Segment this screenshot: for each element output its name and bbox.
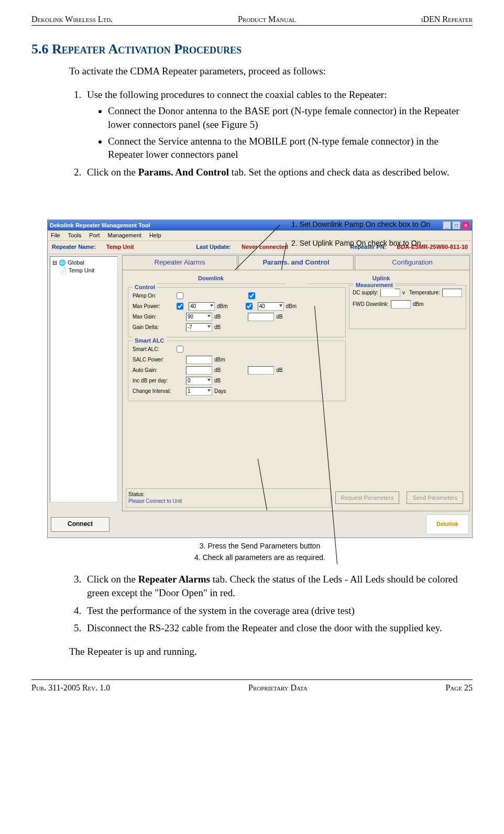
- header-center: Product Manual: [238, 15, 296, 24]
- max-gain-label: Max Gain:: [133, 313, 174, 321]
- repeater-name-value: Temp Unit: [106, 243, 134, 251]
- menu-management[interactable]: Management: [108, 232, 141, 238]
- menu-file[interactable]: File: [51, 232, 60, 238]
- step-1: Use the following procedures to connect …: [84, 88, 473, 161]
- header-left: Dekolink Wireless Ltd.: [31, 15, 113, 24]
- status-value: Please Connect to Unit: [128, 498, 182, 504]
- tree-child[interactable]: 📄 Temp Unit: [60, 267, 115, 275]
- dekolink-logo: Dekolink: [426, 514, 469, 534]
- maximize-icon[interactable]: □: [452, 221, 461, 229]
- app-window: Dekolink Repeater Management Tool _ □ × …: [47, 220, 473, 537]
- minimize-icon[interactable]: _: [443, 221, 451, 229]
- tab-params-control[interactable]: Params. and Control: [238, 255, 354, 270]
- menu-port[interactable]: Port: [89, 232, 100, 238]
- salc-power-input[interactable]: [186, 356, 212, 364]
- status-box: Status: Please Connect to Unit: [126, 488, 331, 508]
- measurement-title: Measurement: [354, 281, 395, 289]
- dc-supply-value: [380, 289, 400, 297]
- section-number: 5.6: [31, 41, 49, 57]
- menu-help[interactable]: Help: [149, 232, 161, 238]
- auto-gain-dl-unit: dB: [214, 367, 221, 374]
- max-power-dl-checkbox[interactable]: [177, 303, 183, 310]
- step-2-b: Params. And Control: [138, 167, 229, 178]
- step-2-a: Click on the: [87, 167, 138, 178]
- step-1-bullet-1: Connect the Donor antenna to the BASE po…: [108, 104, 473, 131]
- max-power-dl-unit: dBm: [217, 303, 228, 310]
- smart-alc-title: Smart ALC: [133, 337, 166, 345]
- gain-delta-unit: dB: [214, 324, 221, 331]
- step-1-bullet-2: Connect the Service antenna to the MOBIL…: [108, 135, 473, 161]
- smart-alc-checkbox[interactable]: [177, 346, 183, 353]
- inc-db-input[interactable]: 0: [186, 377, 212, 385]
- annotation-3: 3. Press the Send Parameters button: [47, 541, 473, 551]
- header-right: iDEN Repeater: [421, 15, 473, 24]
- col-downlink: Downlink: [136, 273, 286, 284]
- annotation-2: 2. Set Uplink Pamp On check box to On: [291, 238, 421, 248]
- auto-gain-ul-unit: dB: [276, 367, 282, 374]
- section-heading: 5.6 Repeater Activation Procedures: [31, 41, 473, 57]
- menu-tools[interactable]: Tools: [68, 232, 82, 238]
- salc-power-label: SALC Power:: [133, 356, 174, 364]
- smart-alc-label: Smart ALC:: [133, 346, 174, 353]
- last-update-value: Never connected: [242, 243, 288, 251]
- page-footer: Pub. 311-2005 Rev. 1.0 Proprietary Data …: [31, 679, 473, 693]
- gain-delta-label: Gain Delta:: [133, 324, 174, 331]
- max-gain-dl-input[interactable]: 90: [186, 313, 212, 321]
- auto-gain-dl-input[interactable]: [186, 366, 212, 375]
- last-update-label: Last Update:: [196, 243, 231, 251]
- tab-repeater-alarms[interactable]: Repeater Alarms: [122, 255, 237, 270]
- fwd-downlink-value: [391, 300, 411, 309]
- max-power-ul-checkbox[interactable]: [246, 303, 253, 310]
- section-title-text: Repeater Activation Procedures: [52, 41, 242, 57]
- annotation-4: 4. Check all parameters are as required.: [47, 553, 473, 563]
- dc-supply-label: DC supply:: [353, 289, 378, 297]
- step-4: Test the performance of the system in th…: [84, 604, 473, 618]
- control-group-title: Control: [133, 283, 157, 291]
- intro-text: To activate the CDMA Repeater parameters…: [69, 64, 473, 78]
- change-interval-label: Change Interval:: [133, 388, 174, 395]
- gain-delta-input[interactable]: -7: [186, 323, 212, 332]
- pamp-on-label: PAmp On:: [133, 292, 174, 300]
- temperature-value: [442, 289, 462, 297]
- max-power-ul-input[interactable]: 40: [258, 302, 284, 311]
- request-parameters-button[interactable]: Request Parameters: [335, 491, 400, 504]
- inc-db-label: Inc dB per day:: [133, 377, 174, 385]
- connect-button[interactable]: Connect: [51, 517, 109, 532]
- fwd-downlink-unit: dBm: [413, 301, 424, 308]
- max-power-label: Max Power:: [133, 303, 174, 310]
- annotation-1: 1. Set Downlink Pamp On check box to On: [291, 220, 430, 229]
- dc-supply-unit: v: [402, 289, 405, 297]
- measurement-group: Measurement DC supply: v Temperature: F: [349, 285, 466, 329]
- send-parameters-button[interactable]: Send Parameters: [407, 491, 463, 504]
- app-title: Dekolink Repeater Management Tool: [50, 222, 150, 229]
- tree-root[interactable]: ⊟ 🌐 Global: [52, 259, 115, 267]
- step-3: Click on the Repeater Alarms tab. Check …: [84, 573, 473, 599]
- auto-gain-ul-input[interactable]: [248, 366, 274, 375]
- smart-alc-group: Smart ALC Smart ALC: SALC Power:: [128, 341, 346, 401]
- auto-gain-label: Auto Gain:: [133, 367, 174, 374]
- footer-right: Page 25: [445, 683, 473, 693]
- max-gain-ul-unit: dB: [276, 313, 282, 321]
- change-interval-unit: Days: [214, 388, 226, 395]
- footer-center: Proprietary Data: [248, 683, 308, 693]
- close-icon[interactable]: ×: [462, 221, 470, 229]
- max-gain-ul-input[interactable]: [248, 313, 274, 321]
- fwd-downlink-label: FWD Downlink:: [353, 301, 389, 308]
- step-5: Disconnect the RS-232 cable from the Rep…: [84, 621, 473, 635]
- temperature-label: Temperature:: [409, 289, 440, 297]
- pamp-on-uplink-checkbox[interactable]: [248, 292, 255, 299]
- procedure-list-continued: Click on the Repeater Alarms tab. Check …: [69, 573, 473, 635]
- footer-left: Pub. 311-2005 Rev. 1.0: [31, 683, 110, 693]
- step-1-text: Use the following procedures to connect …: [87, 89, 387, 100]
- change-interval-input[interactable]: 1: [186, 387, 212, 396]
- salc-power-unit: dBm: [214, 356, 225, 364]
- control-group: Control PAmp On: Max Pow: [128, 287, 346, 337]
- step-2-c: tab. Set the options and check data as d…: [229, 167, 450, 178]
- repeater-name-label: Repeater Name:: [52, 243, 96, 251]
- step-3-b: Repeater Alarms: [138, 574, 210, 585]
- page-header: Dekolink Wireless Ltd. Product Manual iD…: [31, 15, 473, 26]
- max-power-dl-input[interactable]: 40: [189, 302, 215, 311]
- pamp-on-downlink-checkbox[interactable]: [177, 292, 183, 299]
- closing-text: The Repeater is up and running.: [69, 645, 473, 659]
- tab-configuration[interactable]: Configuration: [355, 255, 470, 270]
